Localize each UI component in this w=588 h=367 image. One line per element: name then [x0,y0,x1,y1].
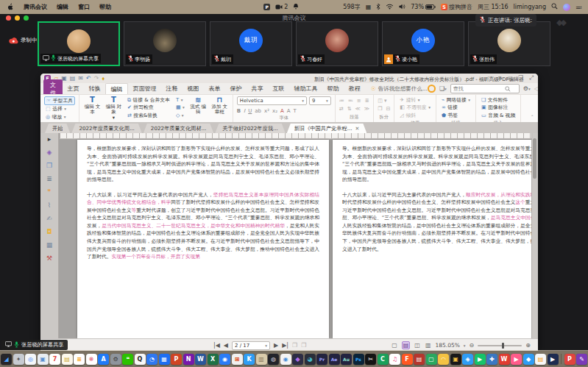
ribbon-tab-表单[interactable]: 表单 [204,84,225,94]
dock-icon-pen-app[interactable]: ✎ [576,354,587,365]
page-thumbnails-icon[interactable]: ❐ [46,162,52,169]
pdf-page-right[interactable]: 导。根据新的发展要求，深刻认识和回答了新形势下实现什么样的发展、怎样发展等重大问… [333,140,538,338]
ribbon-tab-教程[interactable]: 教程 [344,84,365,94]
bookmarks-panel-icon[interactable]: ◈ [47,149,52,156]
ribbon-tab-视图[interactable]: 视图 [183,84,204,94]
ribbon-item-搜索&替换[interactable]: ⇄搜索&替换 [126,112,171,119]
font-style-button-I[interactable]: I [244,108,245,114]
zoom-level[interactable]: 185.05% [435,342,459,349]
menubar-clock[interactable]: 周三 15:16 [478,3,509,11]
dock-icon-evernote[interactable]: C [378,354,389,365]
ribbon-tab-帮助[interactable]: 帮助 [322,84,344,94]
previous-view-button[interactable]: ❐ [292,342,297,349]
last-page-button[interactable]: ▶| [282,342,288,349]
ribbon-item-缩放[interactable]: ◎缩放▾ [44,113,75,121]
dock-icon-safari[interactable]: ◎ [25,354,36,365]
ribbon-item-文件附件[interactable]: ❏文件附件 [480,96,517,104]
font-style-button-A[interactable]: A [280,108,284,114]
ribbon-item-链接[interactable]: ∞链接 [440,104,472,112]
dock-icon-gem-app[interactable]: ◆ [523,354,534,365]
window-control-2[interactable]: ▭ [507,74,512,82]
redo-icon[interactable]: ↷ [94,75,99,82]
dock-icon-tencent-docs[interactable]: ▦ [159,354,170,365]
security-panel-icon[interactable]: ◘ [46,228,52,235]
ribbon-item-流式 编辑[interactable]: ≋流式 编辑 [189,96,208,115]
facing-layout-button[interactable]: ◫ [414,342,421,349]
back-icon[interactable]: ◁ [534,85,538,92]
fields-panel-icon[interactable]: ▦ [46,241,53,249]
first-page-button[interactable]: |◀ [213,342,220,349]
ribbon-item-网络链接[interactable]: ⌁网络链接▾ [440,96,472,104]
dock-icon-photoshop[interactable]: Ps [353,354,364,365]
dock-icon-photos[interactable]: ❋ [86,354,97,365]
ribbon-item-图像标注[interactable]: ▣图像标注 [480,104,517,112]
dock-icon-dark-player[interactable]: ▶ [548,354,559,365]
ribbon-item-链接 & 合并文本[interactable]: ⧉链接 & 合并文本 [126,96,171,104]
ribbon-tab-保护[interactable]: 保护 [225,84,247,94]
dock-icon-microsoft-office[interactable]: ⊞ [232,354,243,365]
close-tab-icon[interactable]: ✕ [355,126,360,132]
dock-icon-final-cut-pro[interactable]: ◆ [292,354,303,365]
dock-icon-edge-browser[interactable]: ◕ [305,354,316,365]
ribbon-item-书签[interactable]: ⬟书签 [440,112,472,119]
dock-icon-qq-browser[interactable]: ◉ [219,354,230,365]
pdf-page-left[interactable]: 导，根据新的发展要求，深刻认识和回答了新形势下实现什么样的发展、怎样发展等重大问… [77,140,329,338]
ribbon-glyph-button[interactable]: ⊟ [386,106,390,112]
menu-item-1[interactable]: 腾讯会议 [24,3,47,11]
dock-icon-music[interactable]: ♫ [389,354,400,365]
dock-icon-weiyun[interactable]: ◠ [438,354,449,365]
ribbon-tab-编辑[interactable]: 编辑 [105,83,128,94]
foxit-assistant-icon[interactable] [428,85,436,93]
dock-icon-foxit-pdf[interactable]: F [402,354,413,365]
dock-icon-system-settings[interactable]: ⚙ [110,354,121,365]
window-control-1[interactable]: ⌗ [498,74,501,82]
font-style-button-U[interactable]: U [248,108,252,114]
collapse-arrow-icon[interactable]: ▸ [48,135,52,143]
minimize-window-button[interactable] [15,15,20,21]
next-view-button[interactable]: ❐ [301,342,306,349]
ribbon-tab-互联[interactable]: 互联 [268,84,289,94]
dock-icon-obs[interactable]: ◍ [268,354,279,365]
ribbon-tab-转换[interactable]: 转换 [84,84,105,94]
wifi-icon[interactable] [386,4,394,11]
participant-tile[interactable]: 习春好 [296,21,378,66]
dock-icon-xmind[interactable]: ◈ [462,354,473,365]
apple-menu-icon[interactable] [7,2,14,12]
dock-icon-stocks[interactable]: ◢ [1,354,12,365]
participant-tile[interactable]: 张胜伟 [468,21,550,66]
dock-icon-calendar[interactable]: 7 [49,354,60,365]
participant-tile[interactable]: 小艳凌小艳 [382,21,464,66]
stamp-icon[interactable]: ⬧ [102,75,105,82]
undo-icon[interactable]: ↶ [86,75,91,82]
font-style-button-B[interactable]: B [237,108,241,114]
close-window-button[interactable] [6,15,11,21]
font-style-button-A[interactable]: A [287,108,291,114]
signatures-panel-icon[interactable]: ✍ [46,215,52,222]
traffic-lights[interactable] [6,15,29,21]
dock-icon-word[interactable]: W [195,354,206,365]
continuous-facing-layout-button[interactable]: ▥ [425,342,432,349]
page-number-field[interactable]: 2 / 17 ▾ [232,341,270,350]
control-center-icon[interactable]: ≕ [575,4,582,11]
dock-icon-pages[interactable]: ▤ [535,354,546,365]
ribbon-insert-icon-button[interactable]: ▦▾ [174,104,186,112]
ribbon-glyph-button[interactable]: ◫ ▾ [378,98,386,104]
next-page-button[interactable]: ▶ [274,342,278,349]
zoom-slider-knob[interactable] [502,343,504,349]
dock-icon-keynote[interactable]: K [244,354,255,365]
pdf-menubar-icon[interactable]: P [263,4,270,10]
print-icon[interactable]: ▤ [70,75,76,82]
font-family-select[interactable]: Helvetica▾ [237,96,307,105]
ribbon-item-拼写检查[interactable]: ✔拼写检查 [126,104,171,112]
comments-panel-icon[interactable]: ❞ [48,188,52,196]
bluetooth-icon[interactable] [376,3,380,12]
ribbon-item-编辑 文本[interactable]: T编辑 文本 [83,96,102,115]
input-source-icon[interactable]: ▦ [366,4,372,10]
vertical-scrollbar[interactable] [531,133,538,338]
document-tab[interactable]: 关于做好2022年度我... [215,124,285,133]
dock-icon-shimo-docs[interactable]: ▢ [426,354,437,365]
participant-tile[interactable]: 戴玥戴玥 [210,21,292,66]
settings-gear-icon[interactable]: ⚙▾ [523,85,531,92]
menu-item-3[interactable]: 窗口 [78,3,90,11]
menu-item-2[interactable]: 编辑 [57,3,68,11]
